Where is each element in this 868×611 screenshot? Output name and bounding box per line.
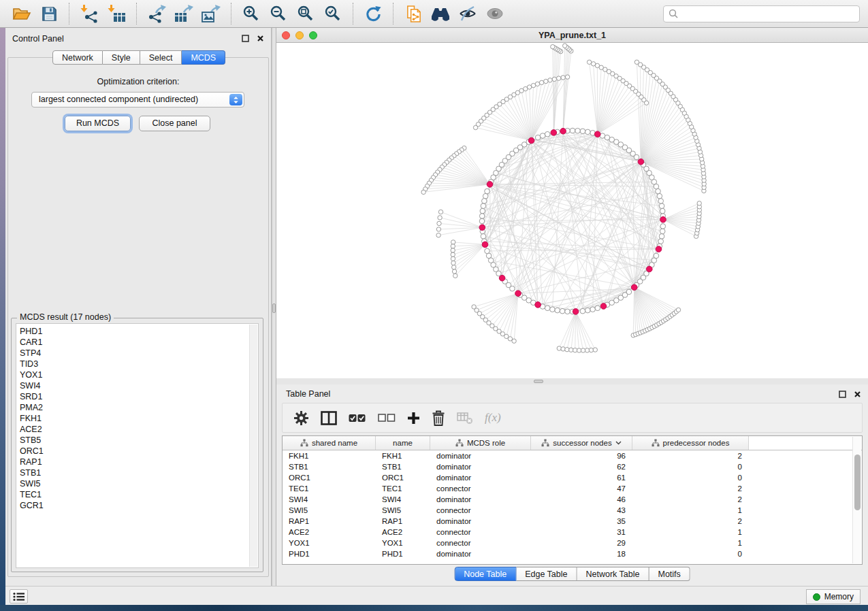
tab-select[interactable]: Select (140, 50, 182, 65)
tab-edge-table[interactable]: Edge Table (516, 567, 577, 581)
table-cell: ACE2 (376, 528, 430, 536)
optimization-criterion-select[interactable]: largest connected component (undirected) (31, 92, 244, 108)
table-cell: connector (430, 528, 531, 536)
mcds-result-item[interactable]: YOX1 (20, 369, 247, 380)
table-header-row: shared namenameMCDS rolesuccessor nodesp… (283, 436, 862, 450)
import-table-button[interactable] (104, 2, 129, 25)
table-row[interactable]: RAP1RAP1dominator352 (283, 516, 862, 527)
save-session-button[interactable] (37, 2, 61, 25)
show-all-button[interactable] (483, 2, 507, 25)
columns-icon (321, 411, 337, 425)
export-network-button[interactable] (144, 2, 169, 25)
search-input[interactable] (678, 8, 854, 19)
table-panel: Table Panel f(x) shared namenameMCDS (276, 384, 868, 586)
zoom-fit-button[interactable] (293, 2, 318, 25)
table-scrollbar[interactable] (852, 437, 861, 563)
table-row[interactable]: PHD1PHD1dominator180 (283, 548, 862, 559)
mcds-result-item[interactable]: FKH1 (20, 413, 247, 424)
node-table[interactable]: shared namenameMCDS rolesuccessor nodesp… (282, 435, 863, 565)
table-cell: YOX1 (376, 539, 430, 547)
scrollbar-thumb[interactable] (854, 455, 861, 510)
export-table-button[interactable] (172, 2, 196, 25)
float-panel-icon[interactable] (241, 35, 249, 43)
network-canvas[interactable] (276, 43, 868, 378)
mcds-result-item[interactable]: PMA2 (20, 402, 247, 413)
table-cell: dominator (430, 452, 531, 460)
table-row[interactable]: YOX1YOX1connector291 (283, 538, 862, 548)
open-folder-icon (12, 5, 32, 22)
mcds-result-item[interactable]: STB1 (20, 467, 247, 478)
mcds-result-item[interactable]: ACE2 (20, 424, 247, 435)
float-panel-icon[interactable] (838, 390, 846, 398)
splitter-handle[interactable] (272, 303, 276, 313)
tab-network-table[interactable]: Network Table (577, 567, 649, 581)
result-list-scrollbar[interactable] (249, 325, 257, 567)
mcds-result-list[interactable]: PHD1CAR1STP4TID3YOX1SWI4SRD1PMA2FKH1ACE2… (16, 323, 259, 568)
tab-motifs[interactable]: Motifs (649, 567, 690, 581)
table-row[interactable]: FKH1FKH1dominator962 (283, 450, 862, 461)
mcds-result-item[interactable]: TEC1 (20, 489, 247, 500)
tab-network[interactable]: Network (52, 50, 103, 65)
delete-column-button[interactable] (432, 410, 445, 426)
table-row[interactable]: TEC1TEC1connector472 (283, 483, 862, 494)
column-header-shared-name[interactable]: shared name (283, 436, 376, 450)
zoom-selected-button[interactable] (321, 2, 345, 25)
mcds-result-item[interactable]: RAP1 (20, 457, 247, 467)
tab-mcds[interactable]: MCDS (182, 50, 225, 65)
tab-node-table[interactable]: Node Table (454, 567, 516, 581)
mcds-result-item[interactable]: PHD1 (20, 326, 247, 337)
table-row[interactable]: SWI5SWI5connector431 (283, 505, 862, 516)
table-row[interactable]: ORC1ORC1dominator610 (283, 472, 862, 483)
refresh-view-button[interactable] (361, 2, 385, 25)
export-image-button[interactable] (199, 2, 223, 25)
column-header-name[interactable]: name (376, 436, 430, 450)
table-row[interactable]: ACE2ACE2connector311 (283, 527, 862, 538)
close-panel-icon[interactable] (256, 35, 264, 43)
table-cell: 1 (632, 506, 749, 514)
mcds-result-item[interactable]: STB5 (20, 435, 247, 446)
toggle-columns-button[interactable] (321, 411, 337, 425)
mcds-result-item[interactable]: GCR1 (20, 500, 247, 511)
mcds-result-item[interactable]: CAR1 (20, 337, 247, 348)
column-header-successor-nodes[interactable]: successor nodes (531, 436, 632, 450)
memory-label: Memory (824, 592, 854, 601)
open-session-button[interactable] (10, 2, 34, 25)
first-neighbors-button[interactable] (428, 2, 453, 25)
table-settings-button[interactable] (293, 410, 309, 426)
table-cell: dominator (430, 550, 531, 558)
table-cell: dominator (430, 463, 531, 471)
mcds-result-item[interactable]: SRD1 (20, 391, 247, 402)
zoom-out-button[interactable] (266, 2, 291, 25)
column-header-predecessor-nodes[interactable]: predecessor nodes (632, 436, 749, 450)
close-panel-button[interactable]: Close panel (139, 116, 210, 131)
show-panel-list-button[interactable] (10, 589, 28, 604)
mcds-result-item[interactable]: SWI4 (20, 380, 247, 391)
import-network-button[interactable] (77, 2, 101, 25)
control-panel: Control Panel NetworkStyleSelectMCDS Opt… (5, 28, 272, 586)
network-graph[interactable] (276, 43, 868, 378)
table-row[interactable]: SWI4SWI4dominator462 (283, 494, 862, 505)
tab-style[interactable]: Style (103, 50, 140, 65)
deselect-all-button[interactable] (378, 414, 396, 422)
table-cell: dominator (430, 474, 531, 482)
table-cell: 43 (531, 506, 632, 514)
zoom-in-button[interactable] (239, 2, 263, 25)
sort-chevron-icon (615, 441, 622, 445)
mcds-result-item[interactable]: TID3 (20, 359, 247, 369)
column-header-MCDS-role[interactable]: MCDS role (430, 436, 531, 450)
memory-button[interactable]: Memory (806, 589, 861, 604)
mcds-result-item[interactable]: ORC1 (20, 446, 247, 457)
run-mcds-button[interactable]: Run MCDS (65, 116, 131, 131)
add-column-button[interactable] (407, 412, 420, 425)
select-all-button[interactable] (349, 414, 366, 423)
close-panel-icon[interactable] (853, 390, 861, 398)
network-title: YPA_prune.txt_1 (276, 31, 868, 40)
export-network-document-button[interactable] (401, 2, 425, 25)
mcds-result-item[interactable]: STP4 (20, 348, 247, 359)
mcds-result-item[interactable]: SWI5 (20, 478, 247, 489)
hide-selected-button[interactable] (455, 2, 480, 25)
table-row[interactable]: STB1STB1dominator620 (283, 461, 862, 472)
splitter-handle[interactable] (534, 380, 543, 383)
horizontal-splitter[interactable] (276, 378, 868, 384)
vertical-splitter[interactable] (272, 28, 276, 586)
